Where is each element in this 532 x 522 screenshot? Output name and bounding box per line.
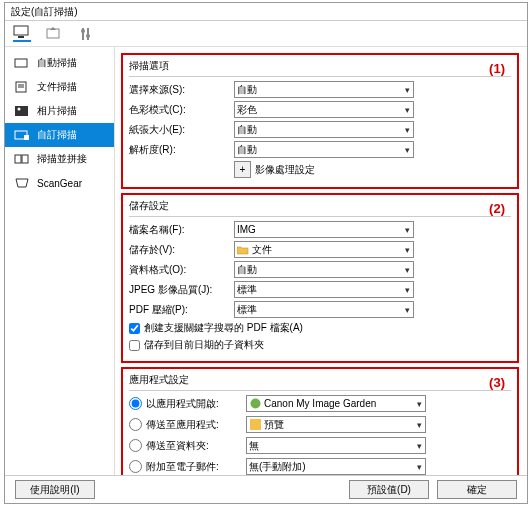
sidebar-item-document[interactable]: 文件掃描 <box>5 75 114 99</box>
format-select[interactable]: 自動 <box>234 261 414 278</box>
svg-rect-14 <box>24 135 29 140</box>
content-area: 自動掃描 文件掃描 相片掃描 自訂掃描 掃描並拼接 ScanGear <box>5 47 527 475</box>
savefolder-label: 儲存於(V): <box>129 243 234 257</box>
sidebar: 自動掃描 文件掃描 相片掃描 自訂掃描 掃描並拼接 ScanGear <box>5 47 115 475</box>
resolution-select[interactable]: 自動 <box>234 141 414 158</box>
sidebar-item-label: 自動掃描 <box>37 56 77 70</box>
svg-rect-2 <box>47 29 59 38</box>
toolbar <box>5 21 527 47</box>
svg-rect-11 <box>15 106 28 116</box>
open-with-label: 以應用程式開啟: <box>146 397 246 411</box>
keyword-pdf-checkbox[interactable]: 創建支援關鍵字搜尋的 PDF 檔案(A) <box>129 321 511 335</box>
scan-options-section: (1) 掃描選項 選擇來源(S): 自動 色彩模式(C): 彩色 紙張大小(E)… <box>121 53 519 189</box>
photo-scan-icon <box>13 104 31 118</box>
scangear-icon <box>13 176 31 190</box>
send-app-label: 傳送至應用程式: <box>146 418 246 432</box>
sidebar-item-custom[interactable]: 自訂掃描 <box>5 123 114 147</box>
ok-button[interactable]: 確定 <box>437 480 517 499</box>
email-select[interactable]: 無(手動附加) <box>246 458 426 475</box>
format-label: 資料格式(O): <box>129 263 234 277</box>
pdf-label: PDF 壓縮(P): <box>129 303 234 317</box>
main-panel: (1) 掃描選項 選擇來源(S): 自動 色彩模式(C): 彩色 紙張大小(E)… <box>115 47 527 475</box>
sidebar-item-stitch[interactable]: 掃描並拼接 <box>5 147 114 171</box>
savefolder-select[interactable]: 文件 <box>234 241 414 258</box>
sidebar-item-photo[interactable]: 相片掃描 <box>5 99 114 123</box>
color-label: 色彩模式(C): <box>129 103 234 117</box>
send-folder-select[interactable]: 無 <box>246 437 426 454</box>
source-label: 選擇來源(S): <box>129 83 234 97</box>
open-with-radio[interactable] <box>129 397 142 410</box>
sidebar-item-label: 文件掃描 <box>37 80 77 94</box>
sidebar-item-label: 掃描並拼接 <box>37 152 87 166</box>
jpeg-select[interactable]: 標準 <box>234 281 414 298</box>
help-button[interactable]: 使用說明(I) <box>15 480 95 499</box>
footer: 使用說明(I) 預設值(D) 確定 <box>5 475 527 503</box>
svg-point-6 <box>86 34 90 38</box>
scan-options-title: 掃描選項 <box>129 59 511 73</box>
paper-select[interactable]: 自動 <box>234 121 414 138</box>
preview-app-icon <box>249 419 261 431</box>
color-select[interactable]: 彩色 <box>234 101 414 118</box>
svg-rect-1 <box>18 36 24 38</box>
send-folder-label: 傳送至資料夾: <box>146 439 246 453</box>
folder-icon <box>237 244 249 256</box>
settings-window: 設定(自訂掃描) 自動掃描 文件掃描 相片掃描 <box>4 2 528 504</box>
send-folder-radio[interactable] <box>129 439 142 452</box>
svg-rect-18 <box>250 419 261 430</box>
app-settings-title: 應用程式設定 <box>129 373 511 387</box>
sidebar-item-auto[interactable]: 自動掃描 <box>5 51 114 75</box>
svg-point-17 <box>250 399 260 409</box>
settings-tools-icon[interactable] <box>77 26 95 42</box>
sidebar-item-label: 相片掃描 <box>37 104 77 118</box>
sidebar-item-label: ScanGear <box>37 178 82 189</box>
source-select[interactable]: 自動 <box>234 81 414 98</box>
send-app-radio[interactable] <box>129 418 142 431</box>
scan-from-pc-icon[interactable] <box>13 26 31 42</box>
auto-scan-icon <box>13 56 31 70</box>
application-settings-section: (3) 應用程式設定 以應用程式開啟: Canon My Image Garde… <box>121 367 519 475</box>
open-with-select[interactable]: Canon My Image Garden <box>246 395 426 412</box>
canon-app-icon <box>249 398 261 410</box>
pdf-select[interactable]: 標準 <box>234 301 414 318</box>
save-settings-section: (2) 儲存設定 檔案名稱(F): IMG 儲存於(V): 文件 資料格式(O)… <box>121 193 519 363</box>
custom-scan-icon <box>13 128 31 142</box>
svg-point-5 <box>81 29 85 33</box>
default-button[interactable]: 預設值(D) <box>349 480 429 499</box>
section-marker-3: (3) <box>489 375 505 390</box>
resolution-label: 解析度(R): <box>129 143 234 157</box>
sidebar-item-scangear[interactable]: ScanGear <box>5 171 114 195</box>
document-scan-icon <box>13 80 31 94</box>
send-app-select[interactable]: 預覽 <box>246 416 426 433</box>
scan-from-device-icon[interactable] <box>45 26 63 42</box>
save-settings-title: 儲存設定 <box>129 199 511 213</box>
filename-select[interactable]: IMG <box>234 221 414 238</box>
jpeg-label: JPEG 影像品質(J): <box>129 283 234 297</box>
svg-rect-16 <box>22 155 28 163</box>
section-marker-1: (1) <box>489 61 505 76</box>
sidebar-item-label: 自訂掃描 <box>37 128 77 142</box>
svg-rect-0 <box>14 26 28 35</box>
title-bar: 設定(自訂掃描) <box>5 3 527 21</box>
svg-rect-15 <box>15 155 21 163</box>
keyword-pdf-check[interactable] <box>129 323 140 334</box>
section-marker-2: (2) <box>489 201 505 216</box>
svg-rect-7 <box>15 59 27 67</box>
svg-point-12 <box>18 108 21 111</box>
date-subfolder-check[interactable] <box>129 340 140 351</box>
email-label: 附加至電子郵件: <box>146 460 246 474</box>
date-subfolder-checkbox[interactable]: 儲存到目前日期的子資料夾 <box>129 338 511 352</box>
email-radio[interactable] <box>129 460 142 473</box>
paper-label: 紙張大小(E): <box>129 123 234 137</box>
expand-image-processing-button[interactable]: + <box>234 161 251 178</box>
image-processing-label: 影像處理設定 <box>255 163 315 177</box>
stitch-scan-icon <box>13 152 31 166</box>
filename-label: 檔案名稱(F): <box>129 223 234 237</box>
window-title: 設定(自訂掃描) <box>11 6 78 17</box>
